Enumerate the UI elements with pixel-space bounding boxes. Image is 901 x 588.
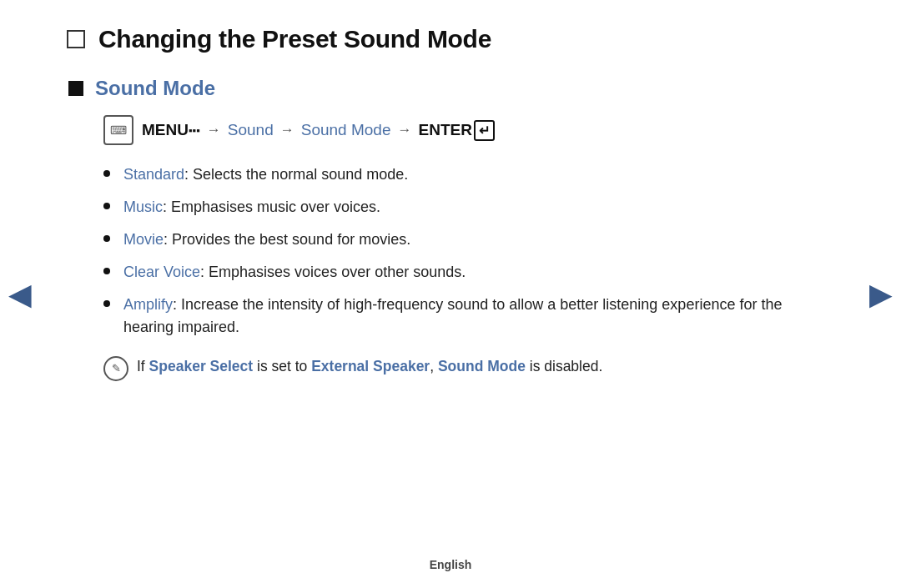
menu-label: MENU▪▪▪ <box>142 121 200 139</box>
desc-movie: : Provides the best sound for movies. <box>164 231 410 248</box>
heading-checkbox-icon <box>67 30 85 48</box>
page-footer: English <box>0 558 901 571</box>
note-prefix: If <box>137 358 149 374</box>
note-pencil-icon: ✎ <box>103 356 128 381</box>
enter-label: ENTER↵ <box>418 120 494 141</box>
note-external-speaker: External Speaker <box>311 358 430 374</box>
menu-path: ⌨ MENU▪▪▪ → Sound → Sound Mode → ENTER↵ <box>103 115 834 145</box>
section-heading: Sound Mode <box>68 77 834 100</box>
desc-standard: : Selects the normal sound mode. <box>184 166 408 183</box>
menu-sound-link: Sound <box>228 121 274 139</box>
term-amplify: Amplify <box>123 296 173 313</box>
note-sound-mode: Sound Mode <box>438 358 526 374</box>
list-item: Movie: Provides the best sound for movie… <box>103 229 834 251</box>
term-standard: Standard <box>123 166 184 183</box>
note-suffix: is disabled. <box>526 358 602 374</box>
bullet-dot-icon <box>103 235 110 242</box>
bullet-list: Standard: Selects the normal sound mode.… <box>103 163 834 339</box>
desc-music: : Emphasises music over voices. <box>163 199 380 215</box>
section-square-icon <box>68 81 83 96</box>
arrow-icon-3: → <box>397 122 411 138</box>
section-title: Sound Mode <box>95 77 215 100</box>
footer-language: English <box>430 558 472 571</box>
arrow-icon-2: → <box>280 122 294 138</box>
note-line: ✎ If Speaker Select is set to External S… <box>103 355 834 381</box>
note-text: If Speaker Select is set to External Spe… <box>137 355 602 377</box>
desc-clear-voice: : Emphasises voices over other sounds. <box>200 264 466 280</box>
page-title: Changing the Preset Sound Mode <box>98 25 491 53</box>
arrow-icon-1: → <box>207 122 221 138</box>
bullet-dot-icon <box>103 268 110 274</box>
list-item: Music: Emphasises music over voices. <box>103 196 834 219</box>
note-middle1: is set to <box>253 358 311 374</box>
list-item: Clear Voice: Emphasises voices over othe… <box>103 261 834 284</box>
bullet-dot-icon <box>103 203 110 209</box>
nav-right-arrow[interactable]: ▶ <box>869 279 893 309</box>
note-speaker-select: Speaker Select <box>149 358 254 374</box>
menu-keyboard-icon: ⌨ <box>103 115 133 145</box>
bullet-dot-icon <box>103 170 110 177</box>
page-container: Changing the Preset Sound Mode Sound Mod… <box>0 0 901 588</box>
term-music: Music <box>123 199 163 215</box>
enter-icon: ↵ <box>474 120 495 141</box>
main-heading: Changing the Preset Sound Mode <box>67 25 834 53</box>
list-item: Amplify: Increase the intensity of high-… <box>103 294 834 339</box>
term-clear-voice: Clear Voice <box>123 264 200 280</box>
list-item: Standard: Selects the normal sound mode. <box>103 163 834 186</box>
bullet-dot-icon <box>103 300 110 307</box>
term-movie: Movie <box>123 231 164 248</box>
desc-amplify: : Increase the intensity of high-frequen… <box>123 296 782 335</box>
note-separator: , <box>430 358 438 374</box>
nav-left-arrow[interactable]: ◀ <box>8 279 32 309</box>
menu-sound-mode-link: Sound Mode <box>301 121 391 139</box>
